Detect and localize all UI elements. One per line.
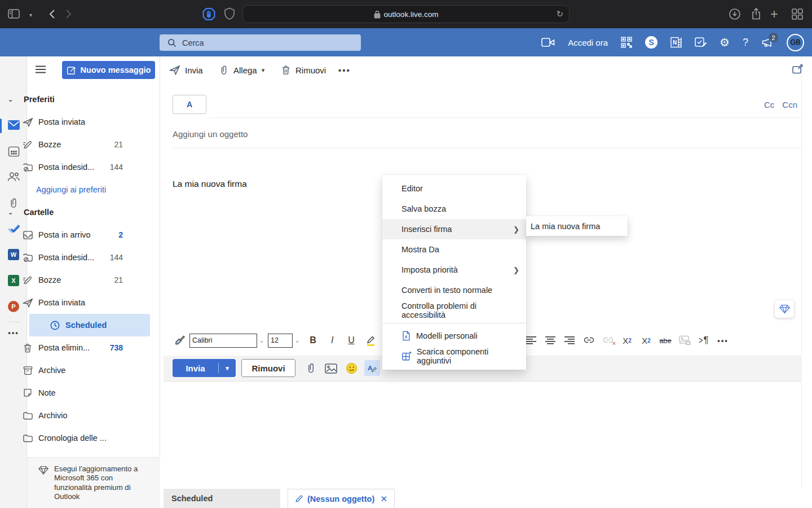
back-icon[interactable]: [47, 7, 58, 21]
onenote-icon[interactable]: N: [670, 37, 682, 48]
attach-file-icon[interactable]: [306, 362, 316, 374]
search-box[interactable]: Cerca: [160, 34, 361, 51]
open-in-new-window-icon[interactable]: [792, 64, 804, 75]
insert-picture-icon[interactable]: [325, 364, 337, 374]
svg-text:N: N: [673, 40, 677, 46]
avatar[interactable]: GB: [787, 34, 804, 51]
send-options-chevron-icon[interactable]: ▾: [219, 365, 236, 372]
menu-item-scarica-componenti[interactable]: Scarica componenti aggiuntivi: [382, 346, 526, 366]
font-chevron-icon[interactable]: ⌄: [259, 336, 264, 344]
collapse-pane-icon[interactable]: [35, 65, 46, 74]
send-command[interactable]: Invia: [169, 62, 203, 78]
tab-overview-icon[interactable]: [791, 8, 804, 20]
folder-note[interactable]: Note: [0, 382, 133, 404]
sidebar-chevron-icon[interactable]: ▾: [29, 12, 32, 18]
folder-archive[interactable]: Archive: [0, 359, 133, 382]
underline-button[interactable]: U: [342, 335, 361, 345]
premium-diamond-icon: [38, 466, 48, 508]
upgrade-banner[interactable]: Esegui l'aggiornamento a Microsoft 365 c…: [27, 457, 160, 508]
folder-cronologia[interactable]: Cronologia delle ...: [0, 427, 133, 449]
insert-image-icon[interactable]: [675, 335, 694, 345]
font-name-input[interactable]: [189, 334, 257, 348]
sign-in-link[interactable]: Accedi ora: [568, 38, 608, 47]
draw-text-icon[interactable]: A: [364, 360, 380, 376]
folder-posta-eliminata[interactable]: Posta elimin... 738: [0, 336, 133, 359]
active-draft-tab[interactable]: (Nessun oggetto) ✕: [288, 489, 395, 508]
menu-item-mostra-da[interactable]: Mostra Da: [382, 239, 526, 260]
format-painter-icon[interactable]: [170, 335, 189, 346]
downloads-icon[interactable]: [729, 8, 741, 20]
privacy-shield-icon[interactable]: [224, 7, 235, 20]
size-chevron-icon[interactable]: ⌄: [294, 336, 300, 344]
discard-button[interactable]: Rimuovi: [241, 359, 295, 377]
new-message-button[interactable]: Nuovo messaggio: [62, 61, 155, 79]
sidebar-item-bozze[interactable]: Bozze 21: [0, 133, 133, 156]
todo-icon[interactable]: [695, 37, 707, 48]
skype-icon[interactable]: S: [645, 36, 657, 49]
more-apps-icon[interactable]: •••: [0, 329, 27, 337]
compose-icon: [67, 65, 76, 75]
superscript-button[interactable]: X2: [617, 336, 637, 345]
address-bar[interactable]: outlook.live.com ↻: [242, 5, 570, 23]
folder-posta-inviata[interactable]: Posta inviata: [0, 291, 133, 314]
menu-item-editor[interactable]: Editor: [382, 178, 526, 199]
chevron-down-icon: ⌄: [8, 96, 17, 103]
emoji-icon[interactable]: [346, 362, 358, 374]
add-favorites-link[interactable]: Aggiungi ai preferiti: [0, 178, 133, 201]
unlink-icon[interactable]: ×: [598, 335, 617, 345]
font-size-input[interactable]: [268, 334, 293, 348]
close-tab-icon[interactable]: ✕: [380, 494, 387, 504]
menu-item-inserisci-firma[interactable]: Inserisci firma ❯: [382, 219, 526, 239]
folder-posta-in-arrivo[interactable]: Posta in arrivo 2: [0, 224, 133, 246]
browser-toolbar: ▾ outlook.live.com ↻ +: [0, 0, 812, 28]
menu-item-salva-bozza[interactable]: Salva bozza: [382, 199, 526, 219]
paragraph-direction-icon[interactable]: ¶: [694, 335, 713, 346]
forward-icon[interactable]: [63, 7, 73, 21]
folder-archivio[interactable]: Archivio: [0, 404, 133, 427]
folder-scheduled[interactable]: Scheduled: [29, 314, 150, 336]
align-right-icon[interactable]: [560, 336, 579, 345]
qr-code-icon[interactable]: [621, 37, 632, 48]
whats-new-icon[interactable]: 2: [761, 37, 774, 48]
send-split-button[interactable]: Invia ▾: [173, 359, 236, 377]
message-body-text[interactable]: La mia nuova firma: [173, 179, 247, 189]
minimized-draft-tab[interactable]: Scheduled: [164, 489, 280, 508]
bold-button[interactable]: B: [303, 335, 323, 345]
strikethrough-button[interactable]: abe: [656, 336, 675, 345]
reload-icon[interactable]: ↻: [556, 9, 563, 19]
subscript-button[interactable]: X2: [637, 336, 656, 345]
sidebar-item-posta-inviata[interactable]: Posta inviata: [0, 111, 133, 133]
menu-item-modelli-personali[interactable]: Modelli personali: [382, 326, 526, 346]
menu-item-imposta-priorita[interactable]: Imposta priorità ❯: [382, 260, 526, 280]
more-format-icon[interactable]: •••: [713, 336, 732, 345]
settings-gear-icon[interactable]: ⚙: [720, 36, 730, 49]
help-icon[interactable]: ?: [743, 37, 748, 49]
menu-item-accessibilita[interactable]: Controlla problemi di accessibilità: [382, 300, 526, 321]
meet-now-icon[interactable]: [541, 37, 555, 47]
remove-command[interactable]: Rimuovi: [281, 62, 326, 78]
folders-header[interactable]: ⌄ Cartelle: [0, 201, 133, 224]
editor-gem-button[interactable]: [775, 300, 794, 318]
sidebar-item-posta-indesiderata[interactable]: Posta indesid... 144: [0, 156, 133, 178]
to-underline: [209, 117, 802, 118]
link-icon[interactable]: [579, 335, 598, 345]
folder-bozze[interactable]: Bozze 21: [0, 269, 133, 291]
sidebar-toggle-icon[interactable]: [8, 9, 20, 19]
highlighter-icon[interactable]: [361, 334, 380, 347]
more-commands-icon[interactable]: •••: [338, 62, 351, 78]
menu-item-converti-testo[interactable]: Converti in testo normale: [382, 280, 526, 300]
subject-placeholder[interactable]: Aggiungi un oggetto: [173, 129, 248, 139]
folder-posta-indesiderata[interactable]: Posta indesid... 144: [0, 246, 133, 269]
signature-submenu-item[interactable]: La mia nuova firma: [526, 216, 628, 236]
new-tab-icon[interactable]: +: [770, 6, 778, 22]
share-icon[interactable]: [750, 7, 762, 21]
align-center-icon[interactable]: [541, 336, 560, 345]
to-button[interactable]: A: [173, 95, 206, 114]
content-blocker-icon[interactable]: [202, 7, 216, 21]
cc-link[interactable]: Cc: [764, 100, 774, 110]
junk-icon: [23, 252, 34, 263]
italic-button[interactable]: I: [323, 335, 342, 345]
attach-command[interactable]: Allega ▾: [219, 62, 264, 78]
favorites-header[interactable]: ⌄ Preferiti: [0, 88, 133, 111]
bcc-link[interactable]: Ccn: [782, 100, 797, 110]
